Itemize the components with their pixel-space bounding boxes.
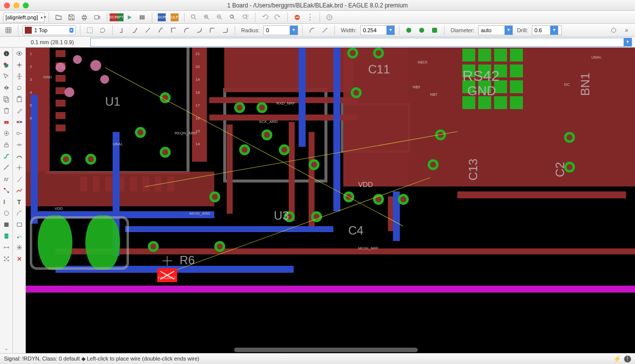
dropdown-icon[interactable]: ▼ — [624, 38, 632, 46]
show-button[interactable] — [14, 49, 25, 59]
wirebend-7-button[interactable] — [207, 25, 218, 35]
horizontal-scrollbar[interactable] — [26, 347, 635, 353]
wirebend-5-button[interactable] — [181, 25, 192, 35]
smash-button[interactable] — [14, 128, 25, 138]
meander-button[interactable] — [1, 174, 12, 184]
polygon-button[interactable] — [1, 220, 12, 230]
undo-button[interactable] — [259, 12, 270, 22]
run-button[interactable] — [124, 12, 135, 22]
command-input[interactable] — [91, 38, 624, 46]
via-square-button[interactable] — [403, 25, 414, 35]
rotate-button[interactable] — [14, 83, 25, 93]
drc-button[interactable] — [1, 231, 12, 241]
miter-round-button[interactable] — [307, 25, 318, 35]
maximize-window-button[interactable] — [23, 2, 29, 8]
save-button[interactable] — [66, 12, 77, 22]
zoom-out-button[interactable] — [214, 12, 225, 22]
ripup-button[interactable] — [14, 151, 25, 161]
wirebend-2-button[interactable] — [142, 25, 153, 35]
wirebend-8-button[interactable] — [220, 25, 231, 35]
ratsnest-button[interactable] — [14, 243, 25, 252]
errors-button[interactable] — [14, 254, 25, 264]
drill-field[interactable] — [532, 26, 550, 35]
wirebend-3-button[interactable] — [155, 25, 166, 35]
delete-button[interactable] — [1, 106, 12, 116]
line-button[interactable] — [1, 197, 12, 207]
redo-button[interactable] — [272, 12, 283, 22]
zoom-redraw-button[interactable] — [227, 12, 238, 22]
diameter-input[interactable]: ▼ — [478, 25, 513, 35]
grid-button[interactable] — [3, 25, 14, 35]
stop-button[interactable] — [292, 12, 303, 22]
scr-button[interactable]: SCR — [156, 12, 167, 22]
text-button[interactable]: T — [14, 197, 25, 207]
script-button[interactable]: SCRIPT — [111, 12, 122, 22]
zoom-in-button[interactable] — [201, 12, 212, 22]
dropdown-icon[interactable]: ▼ — [550, 26, 558, 35]
replace-button[interactable] — [1, 128, 12, 138]
lock-button[interactable] — [1, 140, 12, 150]
ulp-button[interactable]: ULP — [169, 12, 180, 22]
hole-button[interactable] — [14, 185, 25, 195]
rect-button[interactable] — [14, 220, 25, 230]
info-button[interactable]: i — [1, 49, 12, 59]
dropdown-icon[interactable]: ▼ — [386, 26, 394, 35]
radius-input[interactable]: ▼ — [263, 25, 298, 35]
via-round-button[interactable] — [416, 25, 427, 35]
name-button[interactable] — [14, 140, 25, 150]
file-chip[interactable]: [alignleft.png] ▲▼ — [3, 12, 45, 22]
width-input[interactable]: ▼ — [360, 25, 395, 35]
warning-icon[interactable]: ! — [624, 356, 631, 363]
scrollbar-thumb[interactable] — [234, 348, 418, 352]
layers-button[interactable] — [1, 60, 12, 70]
command-input-wrapper[interactable]: ▼ — [90, 38, 632, 47]
miter-button[interactable] — [14, 174, 25, 184]
close-window-button[interactable] — [4, 2, 10, 8]
go-button[interactable]: ⋮ — [305, 12, 316, 22]
layer-selector[interactable]: 1 Top ▾ — [22, 25, 76, 35]
help-button[interactable]: ? — [324, 12, 335, 22]
wirebend-0-button[interactable] — [117, 25, 127, 35]
diameter-field[interactable] — [479, 26, 505, 35]
more-button[interactable]: » — [621, 25, 632, 35]
change-button[interactable] — [14, 106, 25, 116]
minimize-window-button[interactable] — [13, 2, 19, 8]
add-button[interactable]: + — [1, 117, 12, 127]
mirror-button[interactable] — [1, 83, 12, 93]
circle-button[interactable] — [1, 208, 12, 218]
width-field[interactable] — [361, 26, 386, 35]
library-button[interactable] — [137, 12, 148, 22]
dimension-button[interactable] — [1, 243, 12, 252]
move-button[interactable] — [1, 71, 12, 81]
collapse-chevron-icon[interactable]: ⌄ — [1, 343, 12, 353]
select-rotate-button[interactable] — [97, 25, 108, 35]
via-octagon-button[interactable] — [429, 25, 440, 35]
miter-straight-button[interactable] — [319, 25, 330, 35]
dropdown-icon[interactable]: ▼ — [290, 26, 298, 35]
dropdown-icon[interactable]: ▼ — [505, 26, 512, 35]
route-button[interactable] — [1, 151, 12, 161]
paste-button[interactable] — [14, 94, 25, 104]
autoroute-button[interactable] — [1, 254, 12, 264]
zoom-fit-button[interactable] — [189, 12, 199, 22]
group-move-button[interactable] — [14, 71, 25, 81]
wirebend-1-button[interactable] — [129, 25, 140, 35]
wirebend-6-button[interactable] — [194, 25, 205, 35]
drill-input[interactable]: ▼ — [532, 25, 562, 35]
pinswap-button[interactable] — [14, 117, 25, 127]
loop-button[interactable] — [608, 25, 619, 35]
wire-button[interactable] — [1, 163, 12, 173]
print-button[interactable] — [79, 12, 90, 22]
via-button[interactable] — [1, 185, 12, 195]
arc-button[interactable] — [14, 208, 25, 218]
radius-field[interactable] — [264, 26, 290, 35]
mark-button[interactable] — [14, 60, 25, 70]
signal-button[interactable] — [14, 231, 25, 241]
split-button[interactable] — [14, 163, 25, 173]
board-canvas[interactable]: U1 U3 R6 C4 C11 C13 C2 BN1 RS42 GND VDD … — [26, 48, 635, 353]
copy-button[interactable] — [1, 94, 12, 104]
open-file-button[interactable] — [53, 12, 64, 22]
cam-button[interactable] — [92, 12, 103, 22]
select-rect-button[interactable] — [84, 25, 95, 35]
wirebend-4-button[interactable] — [168, 25, 179, 35]
